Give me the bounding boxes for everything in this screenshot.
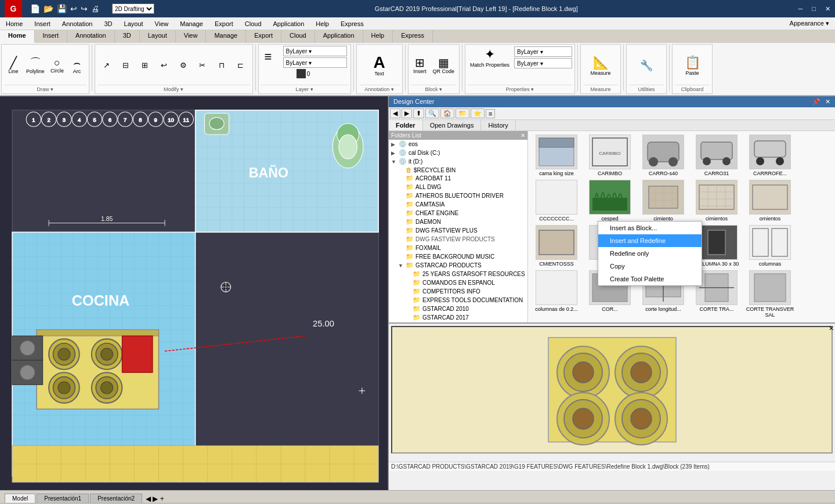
line-button[interactable]: ╱Line (4, 56, 23, 75)
dc-tab-open-drawings[interactable]: Open Drawings (423, 120, 482, 130)
block-cama-king[interactable]: cama king size (530, 133, 583, 177)
folder-express-docs[interactable]: 📁EXPRESS TOOLS DOCUMENTATION (389, 296, 527, 304)
minimize-btn[interactable]: ─ (798, 5, 803, 13)
layer-dropdown-2[interactable]: ByLayer ▾ (283, 57, 347, 68)
folder-gstarcad-products[interactable]: ▼📁GSTARCAD PRODUCTS (389, 261, 527, 270)
ctx-redefine-only[interactable]: Redefine only (598, 247, 702, 260)
block-carimbo[interactable]: CARIMBO CARIMBO (584, 133, 636, 177)
tab-view[interactable]: View (176, 30, 207, 43)
block-cimiento[interactable]: cimiento (637, 179, 689, 223)
dc-back-btn[interactable]: ◀ (390, 108, 400, 118)
block-columnas-02[interactable]: columnas de 0.2... (530, 269, 583, 319)
dc-up-btn[interactable]: ⬆ (413, 108, 424, 118)
workspace-selector[interactable]: 2D Drafting (112, 3, 154, 14)
tab-layout[interactable]: Layout (140, 30, 176, 43)
folder-comandos[interactable]: 📁COMANDOS EN ESPANOL (389, 278, 527, 287)
folders-close-btn[interactable]: ✕ (520, 132, 525, 139)
open-btn[interactable]: 📂 (42, 4, 55, 13)
arc-button[interactable]: ⌢Arc (68, 56, 86, 75)
menu-export[interactable]: Export (209, 19, 239, 28)
tab-annotation[interactable]: Annotation (67, 30, 115, 43)
menu-insert[interactable]: Insert (28, 19, 56, 28)
ctx-create-tool-palette[interactable]: Create Tool Palette (598, 273, 702, 285)
folder-c[interactable]: ▶💿cal Disk (C:) (389, 148, 527, 157)
dc-close-icon[interactable]: ✕ (825, 98, 830, 106)
print-btn[interactable]: 🖨 (90, 4, 100, 13)
modify-btn-8[interactable]: ⊏ (232, 60, 250, 71)
dc-forward-btn[interactable]: ▶ (402, 108, 412, 118)
dc-home-btn[interactable]: 🏠 (440, 108, 454, 118)
color-swatch[interactable] (297, 69, 306, 78)
dc-preview-close-btn[interactable]: ✕ (829, 325, 834, 332)
folder-cheat[interactable]: 📁CHEAT ENGINE (389, 209, 527, 217)
props-dropdown-1[interactable]: ByLayer ▾ (514, 46, 572, 57)
block-columnas[interactable]: columnas (744, 224, 796, 268)
folder-camtasia[interactable]: 📁CAMTASIA (389, 200, 527, 209)
dc-favorites-btn[interactable]: ⭐ (471, 108, 485, 118)
tab-export[interactable]: Export (246, 30, 281, 43)
folder-daemon[interactable]: 📁DAEMON (389, 217, 527, 226)
tab-application[interactable]: Application (315, 30, 363, 43)
folder-atheros[interactable]: 📁ATHEROS BLUETOOTH DRIVER (389, 191, 527, 200)
folder-dwg-fastview[interactable]: 📁DWG FASTVIEW PLUS (389, 226, 527, 235)
props-dropdown-2[interactable]: ByLayer ▾ (514, 58, 572, 68)
insert-button[interactable]: ⊞Insert (411, 56, 429, 75)
undo-btn[interactable]: ↩ (69, 4, 78, 13)
modify-btn-2[interactable]: ⊟ (117, 60, 135, 71)
utilities-btn[interactable]: 🔧 (637, 58, 656, 73)
modify-btn-7[interactable]: ⊓ (212, 60, 231, 71)
qr-code-button[interactable]: ▦QR Code (431, 56, 457, 75)
menu-appearance[interactable]: Appearance ▾ (784, 19, 835, 28)
close-btn[interactable]: ✕ (825, 5, 830, 13)
menu-manage[interactable]: Manage (174, 19, 209, 28)
folder-dwg-fastview-products[interactable]: 📁DWG FASTVIEW PRODUCTS (389, 235, 527, 244)
modify-btn-1[interactable]: ↗ (97, 60, 116, 71)
layer-dropdown-1[interactable]: ByLayer ▾ (283, 46, 347, 56)
layer-properties-button[interactable]: ≡ (262, 48, 281, 66)
ctx-insert-redefine[interactable]: Insert and Redefine (598, 234, 702, 247)
menu-layout[interactable]: Layout (118, 19, 149, 28)
folder-eos[interactable]: ▶💿eos (389, 140, 527, 148)
block-corte-transversal[interactable]: CORTE TRANSVERSAL (744, 269, 796, 319)
tab-manage[interactable]: Manage (206, 30, 246, 43)
tab-presentacion2[interactable]: Presentación2 (90, 494, 142, 503)
add-tab-btn[interactable]: ◀ ▶ + (146, 495, 164, 503)
new-btn[interactable]: 📄 (29, 4, 41, 13)
app-logo[interactable]: G (5, 0, 22, 17)
tab-cloud[interactable]: Cloud (281, 30, 315, 43)
menu-home[interactable]: Home (0, 19, 28, 28)
block-carro31[interactable]: CARRO31 (691, 133, 743, 177)
dc-tree-btn[interactable]: 📁 (456, 108, 469, 118)
redo-btn[interactable]: ↪ (79, 4, 89, 13)
folder-gstarcad-2017[interactable]: 📁GSTARCAD 2017 (389, 313, 527, 322)
match-properties-button[interactable]: ✦ Match Properties (468, 46, 512, 69)
folder-d[interactable]: ▼💿it (D:) (389, 157, 527, 166)
text-button[interactable]: AText (370, 53, 389, 78)
folder-competitors[interactable]: 📁COMPETITORS INFO (389, 287, 527, 296)
menu-cloud[interactable]: Cloud (239, 19, 268, 28)
dc-tab-folder[interactable]: Folder (389, 120, 423, 130)
polyline-button[interactable]: ⌒Polyline (24, 56, 47, 75)
block-cesped[interactable]: cesped (584, 179, 636, 223)
folder-acrobat[interactable]: 📁ACROBAT 11 (389, 174, 527, 183)
paste-button[interactable]: 📋Paste (682, 54, 703, 77)
modify-btn-6[interactable]: ✂ (193, 60, 212, 71)
dc-tab-history[interactable]: History (481, 120, 515, 130)
block-cmientosss[interactable]: CMIENTOSSS (530, 224, 583, 268)
menu-application[interactable]: Application (268, 19, 310, 28)
save-btn[interactable]: 💾 (56, 4, 68, 13)
menu-3d[interactable]: 3D (98, 19, 118, 28)
menu-express[interactable]: Express (335, 19, 370, 28)
tab-home[interactable]: Home (0, 30, 35, 43)
folder-recycle[interactable]: 🗑$RECYCLE BIN (389, 166, 527, 174)
folder-25years[interactable]: 📁25 YEARS GSTARSOFT RESOURCES (389, 270, 527, 278)
menu-annotation[interactable]: Annotation (56, 19, 99, 28)
block-cccccccc[interactable]: CCCCCCCC... (530, 179, 583, 223)
modify-btn-5[interactable]: ⚙ (174, 60, 193, 71)
dc-pin-icon[interactable]: 📌 (812, 98, 820, 106)
menu-view[interactable]: View (149, 19, 175, 28)
canvas-area[interactable]: BAÑO (0, 96, 388, 490)
modify-btn-3[interactable]: ⊞ (136, 60, 154, 71)
measure-button[interactable]: 📐Measure (588, 54, 613, 77)
circle-button[interactable]: ○Circle (48, 56, 67, 75)
